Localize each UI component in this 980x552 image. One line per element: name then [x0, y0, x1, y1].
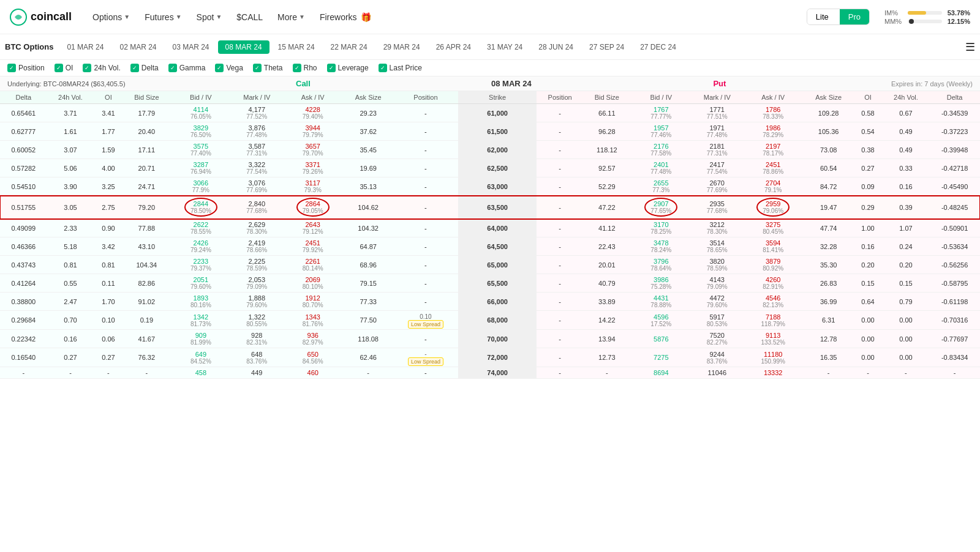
strike-cell[interactable]: 63,000 [458, 177, 537, 196]
th-put-bidsize: Bid Size [583, 91, 631, 104]
tab-31may[interactable]: 31 MAY 24 [480, 40, 530, 54]
strike-cell[interactable]: 66,000 [458, 293, 537, 311]
im-value: 53.78% [946, 9, 970, 17]
toggle-lastprice[interactable]: ✓ Last Price [379, 64, 422, 72]
mode-toggle: Lite Pro [807, 9, 870, 25]
toggle-vega[interactable]: ✓ Vega [215, 64, 243, 72]
spot-arrow: ▼ [216, 13, 222, 20]
toggle-theta[interactable]: ✓ Theta [253, 64, 283, 72]
toggle-position[interactable]: ✓ Position [7, 64, 45, 72]
main-nav: Options ▼ Futures ▼ Spot ▼ $CALL More ▼ … [86, 9, 377, 26]
th-strike: Strike [458, 91, 537, 104]
th-put-asksize: Ask Size [804, 91, 854, 104]
put-section-label: Put [713, 79, 726, 88]
toggle-24hvol[interactable]: ✓ 24h Vol. [83, 64, 120, 72]
header: coincall Options ▼ Futures ▼ Spot ▼ $CAL… [0, 0, 980, 34]
tab-27sep[interactable]: 27 SEP 24 [582, 40, 631, 54]
strike-cell[interactable]: 65,500 [458, 274, 537, 293]
table-row[interactable]: ---- 458 449 460 --74,000-- 8694 11046 1… [0, 367, 980, 379]
table-row[interactable]: 0.654613.713.4117.79 4114 76.05% 4,177 7… [0, 104, 980, 122]
more-arrow: ▼ [299, 13, 305, 20]
table-row[interactable]: 0.517553.052.7579.20 2844 78.50% 2,840 7… [0, 196, 980, 219]
strike-cell[interactable]: 72,000 [458, 348, 537, 367]
options-table: Delta 24h Vol. OI Bid Size Bid / IV Mark… [0, 91, 980, 379]
table-row[interactable]: 0.165400.270.2776.32 649 84.52% 648 83.7… [0, 348, 980, 367]
toggle-delta[interactable]: ✓ Delta [130, 64, 159, 72]
menu-icon[interactable]: ☰ [965, 40, 975, 54]
table-row[interactable]: 0.296840.700.100.19 1342 81.73% 1,322 80… [0, 311, 980, 330]
table-row[interactable]: 0.572825.064.0020.71 3287 76.94% 3,322 7… [0, 159, 980, 177]
nav-fireworks[interactable]: Fireworks 🎁 [314, 9, 377, 26]
im-label: IM% [884, 9, 904, 17]
tab-26apr[interactable]: 26 APR 24 [429, 40, 478, 54]
futures-arrow: ▼ [176, 13, 182, 20]
mm-value: 12.15% [946, 18, 970, 25]
table-row[interactable]: 0.223420.160.0641.67 909 81.99% 928 82.3… [0, 330, 980, 348]
nav-futures[interactable]: Futures ▼ [138, 9, 187, 26]
tab-27dec[interactable]: 27 DEC 24 [633, 40, 684, 54]
toggle-gamma[interactable]: ✓ Gamma [168, 64, 206, 72]
th-put-bid-iv: Bid / IV [631, 91, 692, 104]
tab-01mar[interactable]: 01 MAR 24 [59, 40, 111, 54]
mm-label: MM% [884, 18, 904, 25]
th-call-ask-iv: Ask / IV [282, 91, 343, 104]
th-call-asksize: Ask Size [343, 91, 393, 104]
tab-15mar[interactable]: 15 MAR 24 [271, 40, 322, 54]
nav-call[interactable]: $CALL [230, 9, 269, 26]
center-date-label: 08 MAR 24 [491, 79, 532, 88]
strike-cell[interactable]: 62,000 [458, 141, 537, 159]
th-call-24hvol: 24h Vol. [47, 91, 94, 104]
th-put-position: Position [537, 91, 583, 104]
strike-cell[interactable]: 74,000 [458, 367, 537, 379]
th-put-ask-iv: Ask / IV [742, 91, 803, 104]
table-row[interactable]: 0.388002.471.7091.02 1893 80.16% 1,888 7… [0, 293, 980, 311]
th-put-delta: Delta [929, 91, 980, 104]
toggle-leverage[interactable]: ✓ Leverage [327, 64, 369, 72]
date-tabs: BTC Options 01 MAR 24 02 MAR 24 03 MAR 2… [0, 34, 980, 60]
table-row[interactable]: 0.490992.330.9077.88 2622 78.55% 2,629 7… [0, 219, 980, 237]
th-put-mark-iv: Mark / IV [692, 91, 742, 104]
tab-08mar[interactable]: 08 MAR 24 [218, 40, 270, 54]
call-section-label: Call [296, 79, 311, 88]
table-row[interactable]: 0.545103.903.2524.71 3066 77.9% 3,076 77… [0, 177, 980, 196]
options-arrow: ▼ [124, 13, 130, 20]
table-row[interactable]: 0.600523.071.5917.11 3575 77.40% 3,587 7… [0, 141, 980, 159]
toggle-oi[interactable]: ✓ OI [55, 64, 74, 72]
lite-button[interactable]: Lite [807, 9, 837, 24]
tab-22mar[interactable]: 22 MAR 24 [323, 40, 375, 54]
btc-options-label[interactable]: BTC Options [5, 42, 53, 51]
tab-02mar[interactable]: 02 MAR 24 [112, 40, 164, 54]
strike-cell[interactable]: 61,000 [458, 104, 537, 122]
strike-cell[interactable]: 61,500 [458, 122, 537, 141]
th-call-mark-iv: Mark / IV [232, 91, 282, 104]
pro-button[interactable]: Pro [840, 9, 869, 24]
table-header-row: Delta 24h Vol. OI Bid Size Bid / IV Mark… [0, 91, 980, 104]
strike-cell[interactable]: 70,000 [458, 330, 537, 348]
nav-options[interactable]: Options ▼ [86, 9, 136, 26]
nav-more[interactable]: More ▼ [271, 9, 311, 26]
strike-cell[interactable]: 68,000 [458, 311, 537, 330]
table-row[interactable]: 0.437430.810.81104.34 2233 79.37% 2,225 … [0, 256, 980, 274]
th-put-24hvol: 24h Vol. [883, 91, 930, 104]
strike-cell[interactable]: 62,500 [458, 159, 537, 177]
nav-spot[interactable]: Spot ▼ [190, 9, 228, 26]
strike-cell[interactable]: 63,500 [458, 196, 537, 219]
th-call-oi: OI [94, 91, 123, 104]
tab-29mar[interactable]: 29 MAR 24 [376, 40, 428, 54]
strike-cell[interactable]: 64,000 [458, 219, 537, 237]
logo[interactable]: coincall [10, 9, 72, 26]
tab-03mar[interactable]: 03 MAR 24 [165, 40, 217, 54]
th-put-oi: OI [853, 91, 882, 104]
table-row[interactable]: 0.463665.183.4243.10 2426 79.24% 2,419 7… [0, 237, 980, 256]
table-row[interactable]: 0.627771.611.7720.40 3829 76.50% 3,876 7… [0, 122, 980, 141]
strike-cell[interactable]: 65,000 [458, 256, 537, 274]
th-call-bid-iv: Bid / IV [170, 91, 231, 104]
table-row[interactable]: 0.412640.550.1182.86 2051 79.60% 2,053 7… [0, 274, 980, 293]
underlying-bar: Underlying: BTC-08MAR24 ($63,405.5) Call… [0, 76, 980, 91]
strike-cell[interactable]: 64,500 [458, 237, 537, 256]
toggle-rho[interactable]: ✓ Rho [293, 64, 317, 72]
app-container: coincall Options ▼ Futures ▼ Spot ▼ $CAL… [0, 0, 980, 379]
expires-label: Expires in: 7 days (Weekly) [891, 80, 973, 88]
th-call-delta: Delta [0, 91, 47, 104]
tab-28jun[interactable]: 28 JUN 24 [531, 40, 581, 54]
